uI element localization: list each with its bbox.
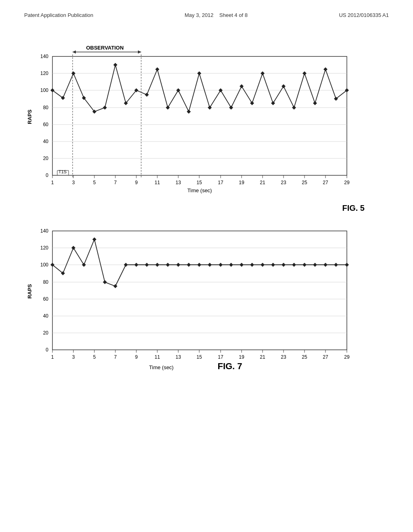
svg-text:9: 9 xyxy=(135,354,138,360)
page-header: Patent Application Publication May 3, 20… xyxy=(24,12,389,18)
svg-text:120: 120 xyxy=(40,245,48,251)
svg-text:80: 80 xyxy=(43,279,49,285)
svg-text:1: 1 xyxy=(51,354,54,360)
svg-marker-135 xyxy=(271,263,275,267)
svg-marker-50 xyxy=(145,93,149,97)
svg-text:19: 19 xyxy=(239,180,244,185)
svg-marker-53 xyxy=(176,88,180,92)
svg-text:21: 21 xyxy=(260,180,265,185)
fig7-data-line xyxy=(52,239,347,286)
svg-marker-61 xyxy=(261,71,265,75)
svg-marker-142 xyxy=(345,263,349,267)
svg-text:17: 17 xyxy=(218,180,223,185)
svg-marker-52 xyxy=(166,106,170,110)
svg-marker-139 xyxy=(313,263,317,267)
svg-marker-141 xyxy=(334,263,338,267)
svg-marker-47 xyxy=(113,63,117,67)
svg-text:11: 11 xyxy=(154,354,160,360)
svg-text:21: 21 xyxy=(260,354,265,360)
svg-marker-122 xyxy=(134,263,138,267)
svg-marker-140 xyxy=(323,263,327,267)
svg-marker-66 xyxy=(313,101,317,105)
svg-marker-126 xyxy=(176,263,180,267)
svg-text:20: 20 xyxy=(43,330,49,336)
svg-marker-43 xyxy=(71,71,75,75)
svg-marker-129 xyxy=(208,263,212,267)
svg-text:0: 0 xyxy=(46,347,48,353)
observation-arrow-left xyxy=(73,50,76,54)
svg-text:29: 29 xyxy=(344,354,350,360)
svg-text:100: 100 xyxy=(40,262,48,268)
svg-marker-62 xyxy=(271,101,275,105)
svg-text:23: 23 xyxy=(281,180,286,185)
svg-marker-132 xyxy=(240,263,244,267)
svg-marker-137 xyxy=(292,263,296,267)
svg-text:60: 60 xyxy=(43,296,49,302)
fig7-section: RAPS 0 20 40 60 80 100 120 140 1 3 5 7 xyxy=(24,221,389,376)
svg-text:15: 15 xyxy=(196,180,202,185)
svg-marker-63 xyxy=(282,84,286,88)
svg-marker-64 xyxy=(292,106,296,110)
fig5-chart: OBSERVATION RAPS xyxy=(24,42,371,200)
fig7-data-points xyxy=(50,237,349,288)
svg-text:1: 1 xyxy=(51,180,54,185)
svg-text:23: 23 xyxy=(281,354,286,360)
svg-marker-54 xyxy=(187,110,191,114)
svg-marker-127 xyxy=(187,263,191,267)
svg-marker-119 xyxy=(103,280,107,284)
fig7-label: FIG. 7 xyxy=(217,361,242,371)
svg-marker-58 xyxy=(229,106,233,110)
svg-text:3: 3 xyxy=(72,354,75,360)
svg-marker-56 xyxy=(208,106,212,110)
t1s-label: T1S xyxy=(58,169,67,174)
fig5-x-label: Time (sec) xyxy=(188,187,212,193)
fig7-chart: RAPS 0 20 40 60 80 100 120 140 1 3 5 7 xyxy=(24,221,371,374)
svg-marker-138 xyxy=(302,263,307,267)
svg-text:0: 0 xyxy=(46,172,48,178)
svg-text:25: 25 xyxy=(302,354,307,360)
svg-marker-67 xyxy=(323,67,327,71)
svg-text:29: 29 xyxy=(344,180,350,185)
svg-text:17: 17 xyxy=(218,354,223,360)
svg-text:60: 60 xyxy=(43,122,49,127)
svg-text:13: 13 xyxy=(175,180,181,185)
svg-marker-131 xyxy=(229,263,233,267)
svg-marker-123 xyxy=(145,263,149,267)
svg-text:7: 7 xyxy=(114,354,117,360)
fig5-section: OBSERVATION RAPS xyxy=(24,42,389,213)
svg-text:5: 5 xyxy=(93,354,96,360)
svg-marker-134 xyxy=(261,263,265,267)
page: Patent Application Publication May 3, 20… xyxy=(0,0,413,532)
svg-text:3: 3 xyxy=(72,180,75,185)
svg-marker-130 xyxy=(219,263,223,267)
svg-text:7: 7 xyxy=(114,180,117,185)
svg-text:40: 40 xyxy=(43,139,49,144)
header-center: May 3, 2012 Sheet 4 of 8 xyxy=(185,12,248,18)
fig7-x-label: Time (sec) xyxy=(149,364,174,370)
svg-marker-117 xyxy=(82,263,86,267)
svg-text:25: 25 xyxy=(302,180,307,185)
svg-marker-51 xyxy=(155,67,159,71)
svg-marker-118 xyxy=(92,237,96,241)
svg-text:15: 15 xyxy=(196,354,202,360)
svg-marker-57 xyxy=(219,88,223,92)
svg-text:120: 120 xyxy=(40,71,48,76)
header-left: Patent Application Publication xyxy=(24,12,93,18)
header-right: US 2012/0106335 A1 xyxy=(339,12,389,18)
svg-text:11: 11 xyxy=(154,180,160,185)
svg-marker-121 xyxy=(124,263,128,267)
svg-text:80: 80 xyxy=(43,105,49,110)
fig5-label: FIG. 5 xyxy=(24,204,365,213)
svg-marker-136 xyxy=(282,263,286,267)
svg-text:40: 40 xyxy=(43,313,49,319)
svg-marker-46 xyxy=(103,106,107,110)
observation-arrow-right xyxy=(138,50,141,54)
svg-marker-65 xyxy=(302,71,307,75)
svg-marker-60 xyxy=(250,101,254,105)
svg-text:9: 9 xyxy=(135,180,138,185)
svg-marker-59 xyxy=(240,84,244,88)
svg-marker-55 xyxy=(197,71,201,75)
observation-label: OBSERVATION xyxy=(86,45,123,51)
svg-text:100: 100 xyxy=(40,87,48,93)
svg-marker-124 xyxy=(155,263,159,267)
